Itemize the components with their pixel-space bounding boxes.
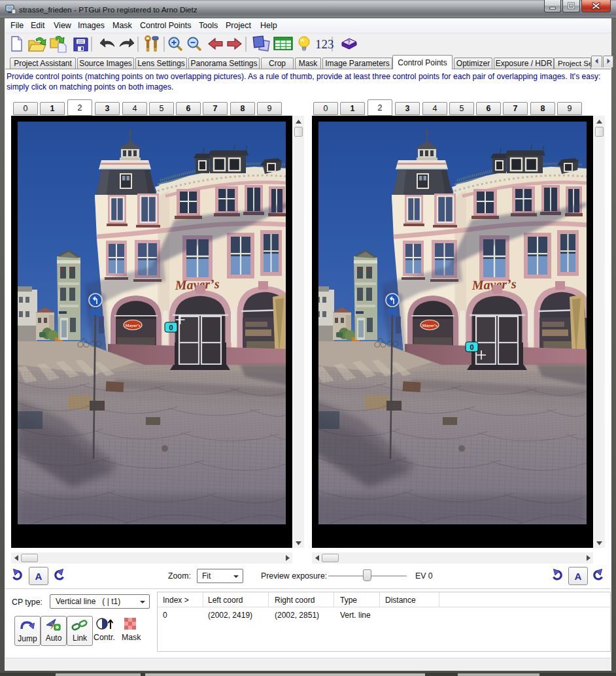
svg-text:123: 123 (315, 37, 334, 51)
svg-text:0: 0 (169, 324, 173, 331)
svg-text:?: ? (347, 39, 351, 45)
svg-text:0: 0 (470, 343, 473, 351)
